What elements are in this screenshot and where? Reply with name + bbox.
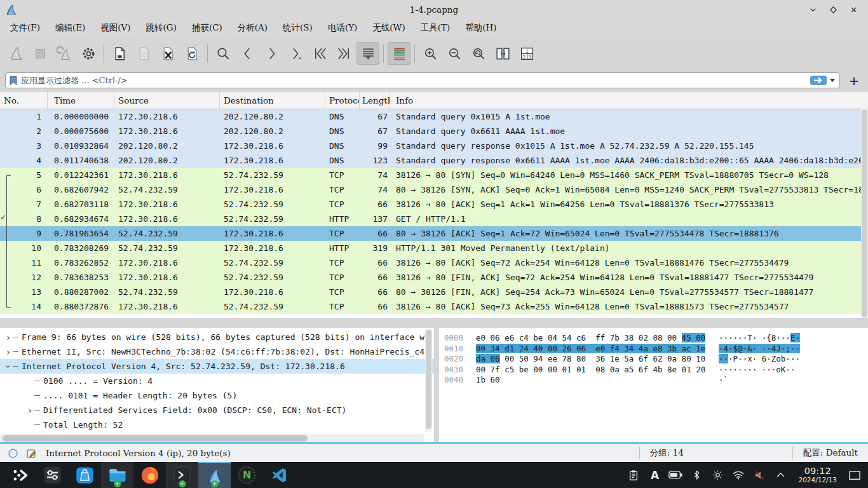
taskbar-file-manager[interactable]: + (101, 462, 133, 488)
go-back-button[interactable] (236, 42, 259, 65)
collapse-chevron-icon[interactable] (772, 466, 789, 484)
packet-list-scrollbar[interactable] (861, 109, 868, 318)
numbered-columns-button[interactable]: 123 (515, 42, 538, 65)
packet-row[interactable]: 90.78196365452.74.232.59172.30.218.6TCP6… (0, 226, 868, 241)
menu-item[interactable]: 分析(A) (230, 20, 275, 36)
taskbar-launcher[interactable] (4, 462, 36, 488)
show-desktop-button[interactable] (846, 466, 863, 484)
packet-row[interactable]: 70.682703118172.30.218.652.74.232.59TCP6… (0, 197, 868, 212)
hex-row[interactable]: 0000e0 06 e6 c4 be 04 54 c6 ff 7b 38 02 … (444, 333, 868, 344)
menu-item[interactable]: 跳转(G) (139, 20, 184, 36)
hex-dump-pane[interactable]: 0000e0 06 e6 c4 be 04 54 c6 ff 7b 38 02 … (439, 328, 868, 442)
menu-item[interactable]: 编辑(E) (48, 20, 93, 36)
menu-item[interactable]: 无线(W) (365, 20, 412, 36)
packet-row[interactable]: 20.000075600172.30.218.6202.120.80.2DNS6… (0, 124, 868, 139)
display-filter-input[interactable] (21, 76, 810, 85)
menu-item[interactable]: 电话(Y) (320, 20, 365, 36)
column-header-time[interactable]: Time (48, 92, 114, 109)
open-file-button[interactable] (108, 42, 131, 65)
detail-vertical-scrollbar[interactable] (425, 329, 432, 432)
display-filter-field[interactable] (5, 72, 840, 88)
packet-row[interactable]: 100.78320826952.74.232.59172.30.218.6HTT… (0, 241, 868, 255)
hex-row[interactable]: 003000 7f c5 be 00 00 01 01 08 0a a5 6f … (444, 365, 868, 376)
detail-horizontal-scrollbar[interactable] (0, 434, 424, 442)
reload-file-button[interactable] (180, 42, 203, 65)
close-button[interactable] (846, 3, 860, 17)
volume-muted-icon[interactable] (751, 466, 768, 484)
taskbar-vscode[interactable] (263, 462, 295, 488)
packet-row[interactable]: 110.783262852172.30.218.652.74.232.59TCP… (0, 255, 868, 270)
filter-dropdown-icon[interactable] (830, 79, 835, 82)
detail-line[interactable]: .... 0101 = Header Length: 20 bytes (5) (0, 388, 434, 403)
go-forward-button[interactable] (260, 42, 283, 65)
battery-icon[interactable] (667, 466, 684, 484)
taskbar-wireshark[interactable]: + (198, 462, 231, 488)
packet-row[interactable]: 130.88028700252.74.232.59172.30.218.6TCP… (0, 285, 868, 299)
menu-item[interactable]: 工具(T) (413, 20, 458, 36)
packet-list[interactable]: 10.000000000172.30.218.6202.120.80.2DNS6… (0, 109, 868, 318)
packet-row[interactable]: ✓80.682934674172.30.218.652.74.232.59HTT… (0, 212, 868, 226)
taskbar-control-center[interactable] (36, 462, 69, 488)
go-to-packet-button[interactable] (284, 42, 307, 65)
taskbar-neovim[interactable]: N (231, 462, 263, 488)
pane-divider[interactable] (434, 328, 439, 442)
brightness-icon[interactable] (709, 466, 726, 484)
colorize-button[interactable] (388, 42, 410, 65)
column-header-no[interactable]: No. (0, 92, 48, 109)
detail-line[interactable]: ›Frame 9: 66 bytes on wire (528 bits), 6… (0, 330, 434, 344)
hex-row[interactable]: 0020da 06 00 50 94 ee 78 80 36 1e 5a 6f … (444, 354, 868, 365)
pane-splitter[interactable] (0, 318, 868, 328)
packet-row[interactable]: 140.880372876172.30.218.652.74.232.59TCP… (0, 299, 868, 314)
start-capture-button[interactable] (4, 42, 27, 65)
restart-capture-button[interactable] (53, 42, 76, 65)
apply-filter-button[interactable] (810, 76, 827, 85)
zoom-reset-button[interactable] (467, 42, 490, 65)
detail-line[interactable]: Total Length: 52 (0, 417, 434, 432)
column-header-source[interactable]: Source (114, 92, 220, 109)
auto-scroll-button[interactable] (356, 42, 379, 65)
save-file-button[interactable] (132, 42, 155, 65)
close-file-button[interactable] (156, 42, 179, 65)
capture-options-button[interactable] (77, 42, 100, 65)
wifi-icon[interactable] (730, 466, 747, 484)
minimize-button[interactable] (806, 3, 820, 17)
column-header-protocol[interactable]: Protocol (325, 92, 360, 109)
detail-line[interactable]: ›Internet Protocol Version 4, Src: 52.74… (0, 359, 434, 374)
menu-item[interactable]: 捕获(C) (184, 20, 230, 36)
bookmark-icon[interactable] (9, 76, 18, 86)
zoom-out-button[interactable] (443, 42, 466, 65)
clipboard-icon[interactable] (625, 466, 642, 484)
zoom-in-button[interactable] (419, 42, 442, 65)
menu-item[interactable]: 帮助(H) (458, 20, 504, 36)
go-last-button[interactable] (332, 42, 355, 65)
packet-row[interactable]: 60.68260794252.74.232.59172.30.218.6TCP7… (0, 182, 868, 197)
packet-row[interactable]: 50.012242361172.30.218.652.74.232.59TCP7… (0, 168, 868, 182)
packet-row[interactable]: 30.010932864202.120.80.2172.30.218.6DNS9… (0, 139, 868, 153)
title-bar[interactable]: 1-4.pcapng (0, 0, 868, 19)
input-method-icon[interactable]: A (646, 466, 663, 484)
detail-line[interactable]: ›Differentiated Services Field: 0x00 (DS… (0, 403, 434, 417)
hex-row[interactable]: 00401b 60·` (444, 375, 868, 386)
packet-detail-pane[interactable]: ›Frame 9: 66 bytes on wire (528 bits), 6… (0, 328, 434, 442)
go-first-button[interactable] (308, 42, 331, 65)
menu-item[interactable]: 视图(V) (93, 20, 138, 36)
taskbar-firefox[interactable] (133, 462, 166, 488)
column-header-destination[interactable]: Destination (220, 92, 325, 109)
maximize-button[interactable] (826, 3, 840, 17)
packet-row[interactable]: 120.783638253172.30.218.652.74.232.59TCP… (0, 270, 868, 285)
bluetooth-icon[interactable] (688, 466, 705, 484)
detail-line[interactable]: ›Ethernet II, Src: NewH3CTechno_7b:38:02… (0, 344, 434, 359)
taskbar-terminal[interactable]: + (166, 462, 198, 488)
detail-line[interactable]: 0100 .... = Version: 4 (0, 374, 434, 388)
taskbar-app-store[interactable] (69, 462, 101, 488)
hex-row[interactable]: 001000 34 d1 24 40 00 26 06 e0 f4 34 4a … (444, 344, 868, 355)
column-header-info[interactable]: Info (390, 92, 868, 109)
column-header-length[interactable]: Length (360, 92, 390, 109)
menu-item[interactable]: 统计(S) (275, 20, 320, 36)
add-filter-button[interactable]: + (845, 74, 863, 88)
menu-item[interactable]: 文件(F) (3, 20, 48, 36)
packet-row[interactable]: 40.011740638202.120.80.2172.30.218.6DNS1… (0, 153, 868, 168)
expert-info-icon[interactable] (8, 448, 18, 459)
resize-columns-button[interactable] (491, 42, 514, 65)
capture-comment-icon[interactable] (26, 448, 37, 459)
